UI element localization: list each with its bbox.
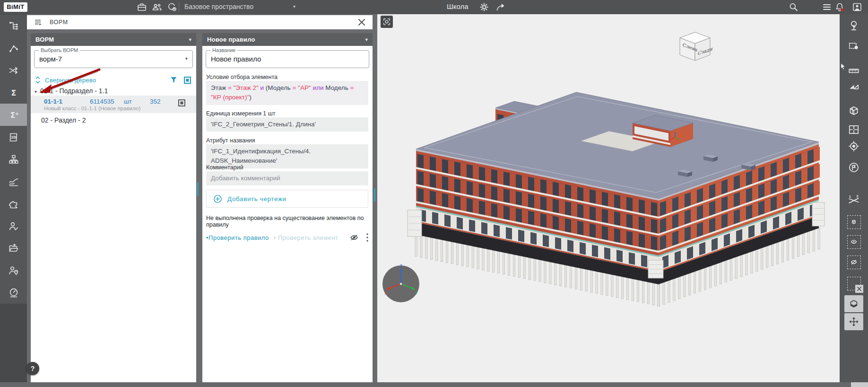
app-logo[interactable]: BiMiT	[4, 2, 27, 12]
row-id: 6114535	[90, 98, 114, 105]
share-icon[interactable]	[495, 1, 506, 13]
account-icon[interactable]	[851, 1, 863, 13]
bopm-select-label: Выбрать ВОРМ	[39, 47, 80, 53]
left-toolbar: Σ Σ+ 2D	[0, 14, 27, 382]
sidebar-item-puzzle[interactable]	[0, 193, 27, 215]
bopm-collapse-caret-icon[interactable]: ▾	[189, 37, 191, 42]
check-element-button: • Проверить элемент	[274, 234, 339, 241]
users-group-icon[interactable]	[151, 1, 163, 13]
select-box-cube-icon[interactable]	[846, 214, 862, 230]
tree-group-02[interactable]: 02 - Раздел - 2	[41, 116, 86, 124]
sidebar-item-sum-add[interactable]: Σ+	[0, 104, 27, 126]
comment-placeholder: Добавить комментарий	[211, 175, 280, 182]
add-drawings-button[interactable]: Добавить чертежи	[206, 190, 368, 208]
eye-off-icon[interactable]	[349, 232, 359, 243]
window-header: ВОРМ	[27, 15, 373, 29]
condition-label: Условие отбора элемента	[206, 74, 278, 80]
tree-row-01-1-1[interactable]: 01-1-1 6114535 шт 352 Новый класс - 01-1…	[31, 96, 196, 113]
sidebar-item-trend-chart[interactable]	[0, 170, 27, 193]
section-box-icon[interactable]	[846, 103, 862, 119]
sidebar-item-user-location[interactable]	[0, 259, 27, 282]
flag-icon[interactable]	[846, 159, 862, 176]
svg-text:2: 2	[856, 194, 859, 198]
focus-selection-button[interactable]	[381, 16, 393, 28]
settings-gear-icon[interactable]	[478, 1, 490, 13]
notifications-bell-icon[interactable]	[834, 1, 845, 13]
rule-actions-row: •Проверить правило • Проверить элемент	[206, 232, 369, 243]
bopm-panel-header[interactable]: ВОРМ ▾	[31, 33, 196, 46]
expander-icon[interactable]: ▾	[35, 89, 37, 94]
attribute-label: Атрибут названия	[206, 137, 255, 144]
focus-target-icon[interactable]	[846, 138, 862, 154]
rule-name-field[interactable]: Название Новое правило	[206, 50, 369, 68]
sidebar-item-gauge[interactable]	[0, 281, 27, 304]
collapse-tree-link[interactable]: Свернуть дерево	[45, 77, 96, 84]
recent-clock-icon[interactable]	[166, 1, 178, 13]
row-code: 01-1-1	[44, 98, 62, 105]
sidebar-item-spline-nodes[interactable]	[0, 37, 27, 60]
briefcase-icon[interactable]	[136, 1, 148, 13]
bopm-panel-title: ВОРМ	[35, 36, 54, 43]
svg-text:2D: 2D	[11, 135, 16, 140]
view-cube[interactable]: Слева Сзади	[675, 29, 715, 64]
select-box-eye-icon[interactable]	[846, 234, 862, 250]
row-subtitle: Новый класс - 01-1-1 (Новое правило)	[44, 106, 140, 111]
select-all-icon[interactable]	[183, 76, 191, 84]
scroll-indicator-left[interactable]	[197, 183, 199, 196]
row-unit: шт	[124, 98, 132, 105]
bimit-app: BiMiT Базовое пространство ▾ Школа	[0, 0, 868, 387]
scroll-indicator-right[interactable]	[374, 188, 375, 202]
workspace-select[interactable]: Базовое пространство	[184, 3, 253, 10]
filter-icon[interactable]	[170, 76, 178, 84]
svg-text:+: +	[15, 111, 18, 116]
tree-group-01-1[interactable]: ▾01-1 - Подраздел - 1.1	[35, 87, 108, 95]
menu-open-icon[interactable]	[34, 18, 43, 27]
condition-expression[interactable]: Этаж = "Этаж 2" и (Модель = "АР" или Мод…	[206, 81, 368, 105]
close-icon[interactable]	[356, 17, 367, 27]
bopm-select[interactable]: Выбрать ВОРМ ворм-7 ▾	[34, 50, 193, 68]
select-box-eye-off-icon[interactable]	[846, 254, 862, 270]
row-select-box-icon[interactable]	[178, 99, 186, 107]
sidebar-item-folder-export[interactable]	[0, 237, 27, 260]
ruler-icon[interactable]	[846, 62, 862, 79]
select-box-clear-icon[interactable]	[846, 275, 862, 291]
tree-tool-icon[interactable]	[846, 18, 862, 34]
rule-collapse-caret-icon[interactable]: ▾	[365, 37, 368, 42]
comment-input[interactable]: Добавить комментарий	[206, 171, 368, 185]
axis-lines-icon[interactable]: 12	[846, 193, 862, 209]
workspace-caret-icon[interactable]: ▾	[293, 4, 295, 9]
sidebar-item-sum[interactable]: Σ	[0, 81, 27, 104]
axis-y-label: Y	[415, 290, 418, 295]
axis-x-label: X	[384, 290, 387, 295]
search-icon[interactable]	[788, 1, 799, 13]
viewport-3d[interactable]: Слева Сзади Z X Y	[377, 14, 840, 382]
bopm-window: ВОРМ ВОРМ ▾ Выбрать ВОРМ ворм-7 ▾ Сверну…	[27, 14, 377, 382]
comment-label: Комментарий	[206, 164, 243, 171]
section-flash-icon[interactable]	[846, 79, 862, 95]
filter-cube-tool-icon[interactable]	[844, 295, 863, 312]
rule-name-value: Новое правило	[211, 55, 261, 63]
tree-tools-row: Свернуть дерево	[35, 75, 191, 85]
rule-name-label: Название	[210, 47, 237, 53]
sidebar-item-2d-view[interactable]: 2D	[0, 126, 27, 149]
select-region-icon[interactable]	[846, 39, 862, 55]
project-title: Школа	[447, 2, 469, 10]
building-model[interactable]	[377, 14, 840, 382]
list-menu-icon[interactable]	[821, 1, 833, 13]
more-menu-icon[interactable]	[366, 233, 369, 242]
scrollbar-corner[interactable]	[851, 382, 868, 387]
viewport-toolbar: 12	[840, 14, 868, 382]
unfold-icon[interactable]	[35, 76, 41, 84]
sidebar-item-structure-tree[interactable]	[0, 15, 27, 37]
check-rule-button[interactable]: •Проверить правило	[206, 234, 269, 241]
sidebar-item-org-chart[interactable]	[0, 148, 27, 171]
move-gizmo-tool-icon[interactable]	[844, 313, 863, 330]
help-button[interactable]: ?	[26, 362, 39, 375]
topbar-separator	[179, 2, 179, 12]
rule-panel-header[interactable]: Новое правило ▾	[202, 33, 373, 46]
unit-value[interactable]: 'IFC_2_Геометрия_Стены/1. Длина'	[206, 117, 368, 132]
sidebar-item-user-check[interactable]	[0, 215, 27, 237]
floor-plan-icon[interactable]	[846, 122, 862, 138]
sidebar-item-shuffle[interactable]	[0, 59, 27, 82]
axis-gizmo[interactable]: Z X Y	[381, 263, 421, 303]
